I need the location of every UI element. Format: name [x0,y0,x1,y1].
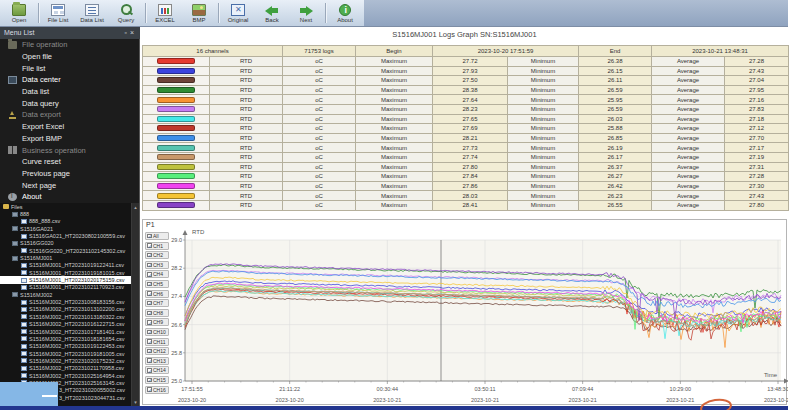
menu-item-data-list[interactable]: Data list [0,86,140,98]
tree-item[interactable]: S1516MJ002_HT20231025164954.csv [0,372,132,379]
menu-item-label: Curve reset [22,157,61,166]
bmp-button[interactable]: BMP [182,1,216,25]
table-cell-min_label: Minimum [508,133,579,143]
table-row: RTDoCMaximum28.38Minimum26.59Average27.9… [143,85,789,95]
tree-item[interactable]: Files [0,203,132,210]
tree-item[interactable]: S1516GA021_HT20230802100559.csv [0,232,132,239]
scroll-up-icon[interactable]: ▴ [132,204,139,210]
tree-item-label: S1516GA021 [20,226,53,232]
scroll-down-icon[interactable]: ▾ [132,399,139,405]
query-icon [119,4,133,16]
menu-item-label: File operation [22,40,67,49]
table-cell-type: RTD [210,114,283,124]
table-cell-max_label: Maximum [356,66,433,76]
tree-item-label: S1516MJ002_HT20231019181005.csv [29,351,124,357]
tree-item[interactable]: S1516MJ001_HT20231019122411.csv [0,262,132,269]
table-cell-max: 27.50 [433,76,508,86]
tree-item[interactable]: S1516MJ002_HT20231019181005.csv [0,350,132,357]
data-list-button[interactable]: Data List [75,1,109,25]
tree-item[interactable]: 888_888.csv [0,218,132,225]
tree-item-label: 3_HT20231020055002.csv [59,387,125,393]
back-button[interactable]: Back [255,1,289,25]
table-cell-avg: 27.04 [725,76,789,86]
tree-item[interactable]: S1516MJ002_HT20231021170958.csv [0,365,132,372]
table-cell-avg_label: Average [652,66,725,76]
next-button[interactable]: Next [289,1,323,25]
color-swatch [157,68,195,74]
menu-item-file-list[interactable]: File list [0,62,140,74]
excel-button[interactable]: EXCEL [148,1,182,25]
tree-item[interactable]: S1516MJ002_HT20231008183156.csv [0,298,132,305]
color-swatch [157,58,195,64]
y-tick-label: 28.2 [171,265,182,271]
tree-item-label: S1516MJ002_HT20231021170958.csv [29,365,124,371]
table-row: RTDoCMaximum27.86Minimum26.42Average27.3… [143,181,789,191]
tree-item-selected[interactable]: S1516MJ001_HT20231020175159.csv [0,276,132,283]
menu-item-next-page[interactable]: Next page [0,179,140,191]
tree-item[interactable]: S1516MJ001_HT20231019181015.csv [0,269,132,276]
tree-item[interactable]: S1516GG020_HT20231102145302.csv [0,247,132,254]
csv-file-icon [21,373,27,378]
table-cell-type: RTD [210,104,283,114]
menu-item-data-query[interactable]: Data query [0,97,140,109]
table-cell-type: RTD [210,191,283,201]
tree-item[interactable]: S1516MJ002_HT20231016122715.csv [0,321,132,328]
csv-file-icon [21,322,27,327]
channel-color-swatch [143,181,210,191]
tree-item[interactable]: S1516MJ002_HT20231019122453.csv [0,343,132,350]
table-cell-min: 26.85 [579,133,652,143]
toolbar: OpenFile ListData ListQueryEXCELBMPOrigi… [0,0,788,27]
table-cell-min: 26.59 [579,104,652,114]
menu-item-open-file[interactable]: Open file [0,51,140,63]
query-button[interactable]: Query [109,1,143,25]
color-swatch [157,135,195,141]
sidebar: Menu List ▫× File operationOpen fileFile… [0,27,140,410]
tree-item-label: S1516MJ002_HT20231013102200.csv [29,306,124,312]
y-tick-label: 29.0 [171,237,182,243]
table-cell-min: 26.55 [579,200,652,210]
x-tick-date: 2023-10-21 [373,397,401,403]
menu-item-data-center[interactable]: Data center [0,74,140,86]
table-row: RTDoCMaximum28.23Minimum26.59Average27.8… [143,104,789,114]
menu-item-export-excel[interactable]: Export Excel [0,121,140,133]
tree-item-label: S1516MJ001_HT20231019122411.csv [29,262,124,268]
toolbar-button-label: Data List [80,17,104,23]
csv-file-icon [21,285,27,290]
csv-file-icon [21,263,27,268]
tree-item[interactable]: S1516MJ002_HT20231020175232.csv [0,357,132,364]
table-row: RTDoCMaximum27.65Minimum26.03Average27.1… [143,114,789,124]
close-icon[interactable]: × [130,29,137,36]
x-tick-date: 2023-10-21 [569,397,597,403]
table-row: RTDoCMaximum27.84Minimum26.27Average27.2… [143,172,789,182]
tree-item[interactable]: S1516MJ001 [0,254,132,261]
menu-item-about[interactable]: About [0,191,140,203]
menu-item-export-bmp[interactable]: Export BMP [0,133,140,145]
table-cell-min: 25.95 [579,95,652,105]
tree-item[interactable]: S1516GG020 [0,240,132,247]
open-button[interactable]: Open [2,1,36,25]
tree-item[interactable]: 888 [0,210,132,217]
menu-item-label: Data export [22,110,61,119]
table-cell-unit: oC [283,114,356,124]
about-button[interactable]: About [328,1,362,25]
tree-item[interactable]: S1516MJ002 [0,291,132,298]
tree-item[interactable]: S1516GA021 [0,225,132,232]
tree-item[interactable]: S1516MJ002_HT20231017181401.csv [0,328,132,335]
tree-item-label: S1516GA021_HT20230802100559.csv [29,233,125,239]
logs-graph[interactable]: 29.028.227.426.625.825.017:51:552023-10-… [143,220,788,406]
menu-item-label: Export Excel [22,122,64,131]
channel-color-swatch [143,172,210,182]
file-list-button[interactable]: File List [41,1,75,25]
tree-item[interactable]: S1516MJ002_HT20231018181654.csv [0,335,132,342]
tree-item-label: S1516MJ002_HT20231013180322.csv [29,314,124,320]
menu-item-previous-page[interactable]: Previous page [0,168,140,180]
tree-item[interactable]: S1516MJ002_HT20231013180322.csv [0,313,132,320]
x-tick-time: 17:51:55 [181,386,202,392]
csv-file-icon [21,300,27,305]
original-button[interactable]: Original [221,1,255,25]
tree-scrollbar[interactable]: ▴ ▾ [131,203,139,410]
menu-item-curve-reset[interactable]: Curve reset [0,156,140,168]
tree-item[interactable]: S1516MJ001_HT20231021170923.csv [0,284,132,291]
tree-item[interactable]: S1516MJ002_HT20231013102200.csv [0,306,132,313]
table-cell-avg_label: Average [652,181,725,191]
